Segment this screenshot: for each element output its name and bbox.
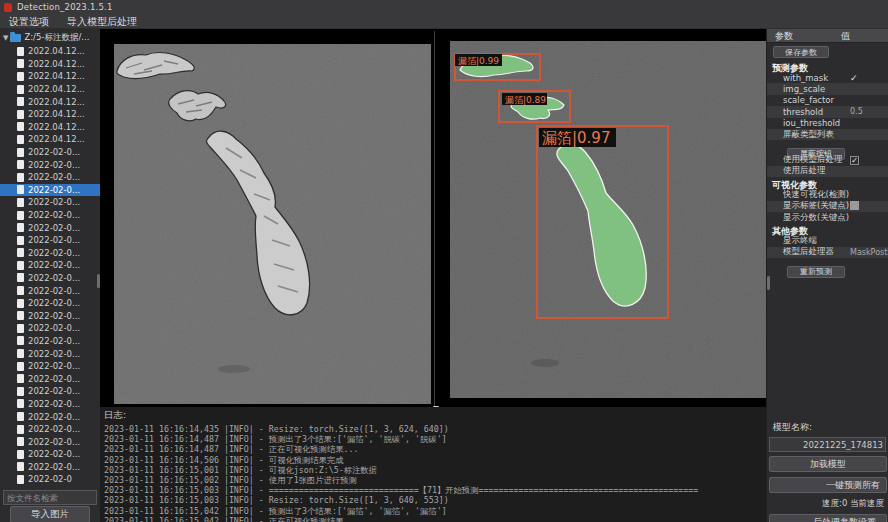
tree-item[interactable]: 2022-02-0... — [0, 158, 100, 171]
filename-search-input[interactable] — [3, 490, 97, 505]
tree-item-label: 2022.04.12... — [28, 109, 85, 119]
tree-item[interactable]: 2022.04.12... — [0, 108, 100, 121]
tree-item[interactable]: 2022.04.12... — [0, 121, 100, 134]
param-row[interactable]: 显示标签(关键点) — [767, 201, 888, 212]
file-icon — [17, 110, 24, 119]
param-label: 显示标签(关键点) — [783, 200, 850, 212]
tree-item[interactable]: 2022-02-0... — [0, 221, 100, 234]
param-rows: 预测参数with_mask✓img_scalescale_factorthres… — [767, 60, 888, 272]
tree-item[interactable]: 2022-02-0... — [0, 284, 100, 297]
tree-item[interactable]: 2022-02-0... — [0, 398, 100, 411]
tree-item[interactable]: 2022-02-0... — [0, 410, 100, 423]
param-row[interactable]: scale_factor — [767, 95, 888, 106]
param-row[interactable]: 模型后处理器MaskPostPro — [767, 247, 888, 258]
param-action-button[interactable]: 重新预测 — [787, 266, 845, 278]
tree-item[interactable]: 2022-02-0... — [0, 322, 100, 335]
param-label: 使用后处理 — [783, 165, 850, 177]
panel-splitter-handle[interactable] — [767, 276, 770, 290]
tree-item[interactable]: 2022-02-0... — [0, 234, 100, 247]
file-icon — [17, 362, 24, 371]
tree-item[interactable]: 2022-02-0 — [0, 473, 100, 486]
file-tree[interactable]: ▼ Z:/5-标注数据/... 2022.04.12...2022.04.12.… — [0, 31, 100, 487]
tree-item[interactable]: 2022-02-0... — [0, 146, 100, 159]
tree-item[interactable]: 2022-02-0... — [0, 435, 100, 448]
param-value[interactable]: 0.5 — [850, 107, 888, 116]
param-label: 使用模型后处理 — [783, 154, 850, 166]
tree-item[interactable]: 2022-02-0... — [0, 360, 100, 373]
log-line: 2023-01-11 16:16:15,042 |INFO| - 正在可视化预测… — [104, 516, 766, 522]
tree-item[interactable]: 2022-02-0... — [0, 247, 100, 260]
tree-item[interactable]: 2022.04.12... — [0, 58, 100, 71]
tree-item[interactable]: 2022-02-0... — [0, 209, 100, 222]
param-value[interactable]: MaskPostPro — [850, 248, 888, 257]
file-icon — [17, 399, 24, 408]
menu-import-model-postprocess[interactable]: 导入模型后处理 — [58, 14, 146, 29]
menu-settings[interactable]: 设置选项 — [0, 14, 58, 29]
param-row[interactable]: 显示分数(关键点) — [767, 212, 888, 223]
tree-item[interactable]: 2022-02-0... — [0, 448, 100, 461]
postprocess-params-button[interactable]: 后处理参数设置 — [769, 514, 887, 522]
file-icon — [17, 261, 24, 270]
tree-item[interactable]: 2022.04.12... — [0, 70, 100, 83]
param-value[interactable]: ✓ — [850, 73, 888, 83]
tree-item[interactable]: 2022-02-0... — [0, 372, 100, 385]
detection-label-text: 漏箔|0.89 — [505, 95, 546, 105]
param-row[interactable]: 屏蔽类型列表 — [767, 129, 888, 140]
param-row[interactable]: img_scale — [767, 83, 888, 94]
file-icon — [17, 223, 24, 232]
file-icon — [17, 236, 24, 245]
file-icon — [17, 425, 24, 434]
param-row[interactable]: with_mask✓ — [767, 72, 888, 83]
param-value[interactable] — [850, 201, 888, 212]
image-smudge — [218, 365, 250, 373]
tree-item[interactable]: 2022-02-0... — [0, 309, 100, 322]
tree-item[interactable]: 2022-02-0... — [0, 259, 100, 272]
viewer-divider — [434, 31, 435, 409]
load-model-button[interactable]: 加载模型 — [769, 456, 887, 472]
tree-item[interactable]: 2022-02-0... — [0, 196, 100, 209]
predict-all-button[interactable]: 一键预测所有 — [769, 477, 887, 493]
tree-item[interactable]: 2022.04.12... — [0, 45, 100, 58]
menu-bar: 设置选项 导入模型后处理 — [0, 14, 888, 29]
param-row[interactable]: iou_threshold — [767, 118, 888, 129]
param-row[interactable]: threshold0.5 — [767, 106, 888, 117]
param-row[interactable]: 使用模型后处理✓ — [767, 154, 888, 165]
tree-item[interactable]: 2022-02-0... — [0, 184, 100, 197]
tree-item-label: 2022.04.12... — [28, 46, 85, 56]
param-row[interactable]: 使用后处理 — [767, 166, 888, 177]
params-panel: 参数 值 保存参数 预测参数with_mask✓img_scalescale_f… — [766, 29, 888, 522]
param-row[interactable]: 显示终端 — [767, 235, 888, 246]
save-params-button[interactable]: 保存参数 — [773, 46, 829, 58]
original-image-canvas[interactable] — [114, 44, 431, 404]
tree-item[interactable]: 2022.04.12... — [0, 133, 100, 146]
tree-item[interactable]: 2022-02-0... — [0, 297, 100, 310]
param-table-header: 参数 值 — [767, 29, 888, 43]
model-name-field[interactable]: 20221225_174813 — [769, 437, 886, 452]
import-images-button[interactable]: 导入图片 — [10, 506, 90, 522]
tree-item[interactable]: 2022-02-0... — [0, 335, 100, 348]
file-icon — [17, 336, 24, 345]
log-console[interactable]: 日志: 2023-01-11 16:16:14,435 |INFO| - Res… — [100, 407, 766, 522]
tree-item[interactable]: 2022.04.12... — [0, 83, 100, 96]
file-icon — [17, 311, 24, 320]
speed-status-text: 速度:0 当前速度 — [767, 498, 888, 510]
tree-item[interactable]: 2022-02-0... — [0, 272, 100, 285]
tree-item[interactable]: 2022.04.12... — [0, 95, 100, 108]
file-icon — [17, 462, 24, 471]
tree-item[interactable]: 2022-02-0... — [0, 461, 100, 474]
param-value[interactable]: ✓ — [850, 156, 888, 165]
tree-item-label: 2022-02-0... — [28, 197, 80, 207]
tree-item[interactable]: 2022-02-0... — [0, 347, 100, 360]
checkbox-checked-icon[interactable]: ✓ — [850, 156, 859, 165]
tree-item-label: 2022-02-0... — [28, 437, 80, 447]
tree-root-folder[interactable]: ▼ Z:/5-标注数据/... — [0, 31, 100, 45]
tree-item-label: 2022-02-0... — [28, 462, 80, 472]
checkbox-empty-icon[interactable] — [850, 201, 859, 210]
tree-item[interactable]: 2022-02-0... — [0, 385, 100, 398]
tree-item[interactable]: 2022-02-0... — [0, 423, 100, 436]
file-icon — [17, 349, 24, 358]
tree-item[interactable]: 2022-02-0... — [0, 171, 100, 184]
param-section-title: 预测参数 — [767, 60, 888, 72]
param-row[interactable]: 快速可视化(检测) — [767, 189, 888, 200]
prediction-image-canvas[interactable]: 漏箔|0.99 漏箔|0.89 漏箔|0.97 — [450, 41, 766, 398]
